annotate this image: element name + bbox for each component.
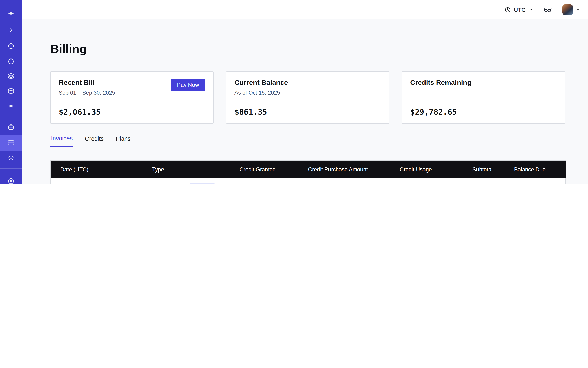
- recent-bill-amount: $2,061.35: [59, 107, 205, 116]
- billing-card-icon[interactable]: [0, 135, 22, 151]
- billing-tabs: Invoices Credits Plans: [50, 135, 566, 147]
- credit-granted: [230, 178, 276, 184]
- account-menu[interactable]: [562, 4, 580, 15]
- radar-icon[interactable]: [0, 38, 22, 54]
- column-header-type: Type: [152, 161, 230, 178]
- sidebar-divider: [0, 117, 22, 117]
- asterisk-icon[interactable]: [0, 98, 22, 114]
- main-content: Billing Recent Bill Sep 01 – Sep 30, 202…: [22, 19, 588, 184]
- card-title: Current Balance: [235, 79, 381, 87]
- invoices-table: Date (UTC) Type Credit Granted Credit Pu…: [50, 160, 566, 184]
- page-title: Billing: [50, 42, 588, 56]
- subtotal: $315.97: [432, 178, 493, 184]
- app-window: UTC Billing Recent Bill Sep 01 – Sep 30,…: [0, 0, 588, 184]
- card-title: Recent Bill: [59, 79, 115, 87]
- recent-bill-card: Recent Bill Sep 01 – Sep 30, 2025 Pay No…: [50, 71, 214, 124]
- current-balance-amount: $861.35: [235, 107, 381, 116]
- card-subtitle: As of Oct 15, 2025: [235, 90, 381, 96]
- card-title: Credits Remaining: [410, 79, 557, 87]
- pay-now-button[interactable]: Pay Now: [171, 79, 205, 91]
- balance-due: $315.97: [493, 178, 566, 184]
- credit-usage: $0.00: [368, 178, 432, 184]
- tab-plans[interactable]: Plans: [115, 135, 132, 147]
- summary-cards: Recent Bill Sep 01 – Sep 30, 2025 Pay No…: [50, 71, 566, 124]
- glasses-icon: [543, 6, 552, 14]
- invoice-row: Sept 01 – 30, 2024 Cloud UsagePending $0…: [51, 178, 566, 184]
- avatar: [562, 4, 573, 15]
- timer-icon[interactable]: [0, 54, 22, 69]
- logo-spark-icon[interactable]: [0, 6, 22, 21]
- gear-icon[interactable]: [0, 150, 22, 166]
- column-header-balance-due: Balance Due: [493, 161, 566, 178]
- tab-invoices[interactable]: Invoices: [50, 135, 73, 147]
- tab-credits[interactable]: Credits: [84, 135, 104, 147]
- table-header-row: Date (UTC) Type Credit Granted Credit Pu…: [51, 161, 566, 178]
- chevron-down-icon: [528, 7, 533, 12]
- column-header-credit-granted: Credit Granted: [230, 161, 276, 178]
- cube-icon[interactable]: [0, 83, 22, 99]
- current-balance-card: Current Balance As of Oct 15, 2025 $861.…: [226, 71, 389, 124]
- glasses-button[interactable]: [543, 6, 552, 14]
- column-header-subtotal: Subtotal: [432, 161, 493, 178]
- sidebar: [0, 0, 22, 184]
- column-header-credit-purchase: Credit Purchase Amount: [276, 161, 368, 178]
- circle-x-icon[interactable]: [0, 173, 22, 184]
- column-header-date: Date (UTC): [51, 161, 152, 178]
- column-header-credit-usage: Credit Usage: [368, 161, 432, 178]
- sidebar-divider: [0, 168, 22, 169]
- invoice-type: Cloud Usage: [152, 184, 185, 184]
- timezone-label: UTC: [514, 6, 526, 13]
- credits-remaining-card: Credits Remaining $29,782.65: [402, 71, 565, 124]
- layers-icon[interactable]: [0, 68, 22, 84]
- chevron-right-icon[interactable]: [0, 22, 22, 37]
- chevron-down-icon: [576, 7, 580, 12]
- topbar: UTC: [22, 0, 588, 19]
- timezone-dropdown[interactable]: UTC: [504, 6, 533, 13]
- globe-icon[interactable]: [0, 120, 22, 135]
- status-badge: Pending: [189, 183, 215, 184]
- clock-icon: [504, 6, 511, 13]
- card-subtitle: Sep 01 – Sep 30, 2025: [59, 90, 115, 96]
- credit-purchase: [276, 178, 368, 184]
- credits-remaining-amount: $29,782.65: [410, 107, 557, 116]
